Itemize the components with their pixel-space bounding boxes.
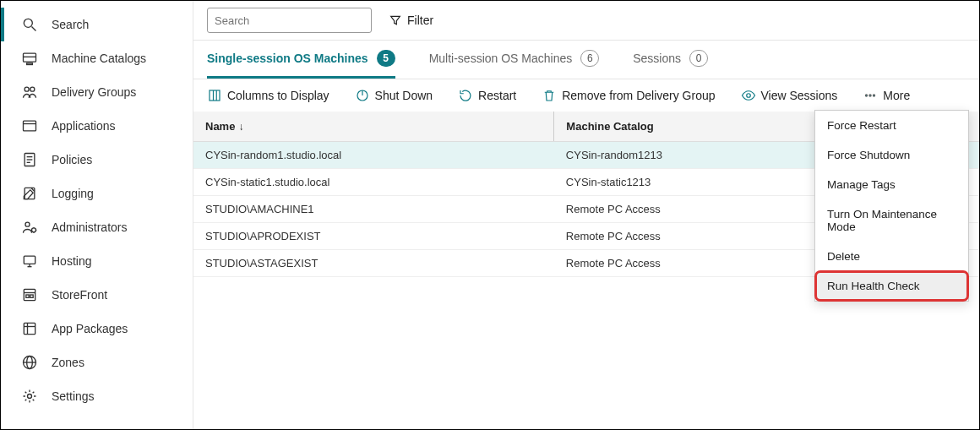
hosting-icon [21, 253, 38, 269]
menu-item-manage-tags[interactable]: Manage Tags [815, 170, 968, 199]
svg-point-38 [874, 95, 875, 96]
svg-rect-22 [30, 295, 33, 297]
group-icon [21, 84, 38, 101]
tab-badge: 6 [580, 50, 599, 67]
svg-point-0 [24, 19, 32, 27]
cell-catalog: Remote PC Access [554, 196, 825, 223]
cell-catalog: CYSin-random1213 [554, 142, 825, 169]
sidebar-item-label: Machine Catalogs [52, 52, 146, 65]
menu-item-run-health-check[interactable]: Run Health Check [815, 271, 968, 301]
tab-label: Sessions [633, 52, 681, 65]
sidebar-item-label: StoreFront [52, 288, 107, 302]
filter-label: Filter [407, 14, 433, 27]
sidebar-item-settings[interactable]: Settings [1, 379, 193, 413]
sort-arrow-icon: ↓ [238, 121, 243, 133]
catalog-icon [21, 50, 38, 67]
view-sessions-button[interactable]: View Sessions [741, 88, 838, 103]
shut-down-button[interactable]: Shut Down [355, 88, 433, 103]
svg-point-5 [24, 87, 29, 91]
store-icon [21, 286, 38, 303]
tab-label: Multi-session OS Machines [429, 52, 573, 65]
svg-point-14 [25, 222, 30, 226]
sidebar-item-label: Settings [52, 389, 95, 403]
cell-name: STUDIO\ASTAGEXIST [193, 250, 554, 277]
menu-item-delete[interactable]: Delete [815, 242, 968, 271]
svg-rect-23 [24, 323, 35, 334]
tab-badge: 5 [377, 50, 395, 67]
svg-rect-7 [24, 121, 36, 131]
svg-rect-4 [27, 63, 33, 65]
svg-rect-30 [210, 90, 220, 101]
restart-button[interactable]: Restart [458, 88, 516, 103]
search-input[interactable] [207, 8, 372, 33]
action-label: Shut Down [375, 89, 433, 102]
more-button[interactable]: More [863, 88, 910, 103]
action-label: View Sessions [761, 89, 838, 102]
svg-rect-21 [26, 295, 29, 297]
menu-item-turn-on-maintenance-mode[interactable]: Turn On Maintenance Mode [815, 199, 968, 242]
tab-multi-session[interactable]: Multi-session OS Machines 6 [429, 41, 600, 79]
tab-single-session[interactable]: Single-session OS Machines 5 [207, 41, 395, 79]
columns-icon [207, 88, 222, 103]
sidebar-item-zones[interactable]: Zones [1, 346, 193, 379]
cell-catalog: Remote PC Access [554, 250, 825, 277]
col-header-machine-catalog[interactable]: Machine Catalog [554, 112, 825, 142]
power-icon [355, 88, 370, 103]
cell-name: CYSin-static1.studio.local [193, 169, 554, 196]
action-label: More [883, 89, 910, 102]
sidebar-item-label: Administrators [52, 220, 127, 234]
settings-icon [21, 388, 38, 405]
tabs: Single-session OS Machines 5 Multi-sessi… [193, 41, 979, 79]
menu-item-force-shutdown[interactable]: Force Shutdown [815, 140, 968, 170]
svg-point-35 [746, 94, 750, 98]
sidebar-item-label: Search [52, 18, 89, 31]
cell-catalog: Remote PC Access [554, 223, 825, 250]
sidebar-item-policies[interactable]: Policies [1, 143, 193, 177]
sidebar-item-label: Policies [52, 153, 92, 166]
sidebar-item-label: Zones [52, 356, 84, 369]
cell-name: STUDIO\AMACHINE1 [193, 196, 554, 223]
col-header-name[interactable]: Name↓ [193, 112, 554, 142]
action-label: Remove from Delivery Group [562, 89, 715, 102]
svg-point-29 [28, 395, 32, 399]
svg-rect-16 [24, 256, 35, 264]
svg-point-15 [32, 228, 36, 232]
sidebar-item-logging[interactable]: Logging [1, 177, 193, 210]
sidebar: Search Machine Catalogs Delivery Groups … [1, 1, 193, 429]
svg-line-1 [32, 27, 36, 31]
eye-icon [741, 88, 756, 103]
cell-name: CYSin-random1.studio.local [193, 142, 554, 169]
action-label: Columns to Display [227, 89, 329, 102]
admin-icon [21, 219, 38, 236]
topbar: Filter [193, 1, 979, 41]
tab-label: Single-session OS Machines [207, 52, 368, 65]
svg-point-36 [866, 95, 868, 96]
package-icon [21, 320, 38, 337]
more-icon [863, 88, 878, 103]
filter-button[interactable]: Filter [389, 14, 433, 27]
more-menu: Force RestartForce ShutdownManage TagsTu… [814, 110, 969, 302]
cell-name: STUDIO\APRODEXIST [193, 223, 554, 250]
zones-icon [21, 354, 38, 371]
sidebar-item-administrators[interactable]: Administrators [1, 210, 193, 244]
sidebar-item-delivery-groups[interactable]: Delivery Groups [1, 75, 193, 109]
remove-from-delivery-group-button[interactable]: Remove from Delivery Group [542, 88, 715, 103]
sidebar-item-search[interactable]: Search [1, 8, 193, 41]
sidebar-item-hosting[interactable]: Hosting [1, 244, 193, 278]
sidebar-item-app-packages[interactable]: App Packages [1, 312, 193, 346]
sidebar-item-label: Logging [52, 187, 94, 200]
tab-sessions[interactable]: Sessions 0 [633, 41, 708, 79]
log-icon [21, 185, 38, 202]
search-icon [21, 16, 38, 33]
policy-icon [21, 151, 38, 168]
sidebar-item-label: Delivery Groups [52, 85, 136, 99]
menu-item-force-restart[interactable]: Force Restart [815, 111, 968, 140]
svg-point-6 [30, 87, 35, 91]
action-label: Restart [478, 89, 516, 102]
svg-point-37 [869, 95, 871, 96]
columns-to-display-button[interactable]: Columns to Display [207, 88, 329, 103]
sidebar-item-machine-catalogs[interactable]: Machine Catalogs [1, 41, 193, 75]
sidebar-item-storefront[interactable]: StoreFront [1, 278, 193, 312]
sidebar-item-label: Applications [52, 119, 116, 133]
sidebar-item-applications[interactable]: Applications [1, 109, 193, 143]
